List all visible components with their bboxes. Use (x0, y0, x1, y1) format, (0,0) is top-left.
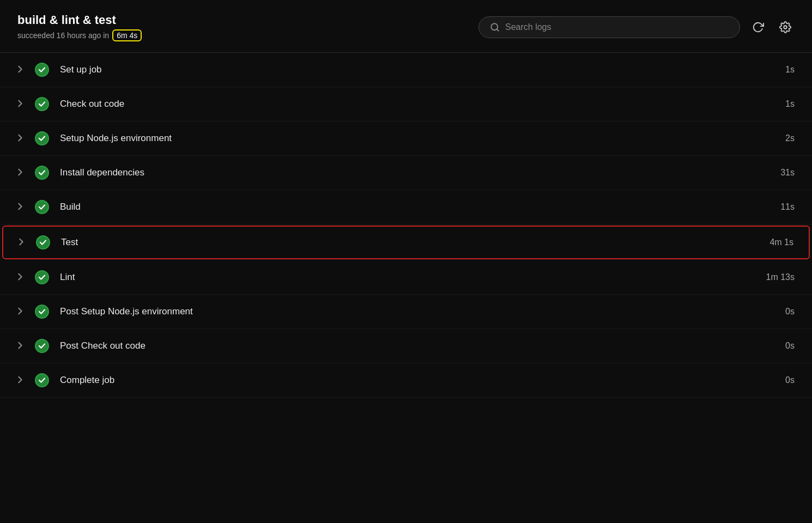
status-icon-complete-job (35, 373, 49, 387)
job-row-checkout-code[interactable]: Check out code 1s (0, 87, 812, 121)
refresh-icon (752, 21, 764, 33)
svg-point-2 (784, 26, 787, 29)
chevron-icon (17, 168, 26, 178)
job-name-setup-node: Setup Node.js environment (60, 133, 777, 144)
job-name-setup-job: Set up job (60, 64, 777, 75)
job-duration-install-deps: 31s (780, 168, 795, 178)
job-row-post-checkout-code[interactable]: Post Check out code 0s (0, 329, 812, 363)
status-icon-build (35, 200, 49, 214)
job-duration-post-checkout-code: 0s (785, 341, 795, 351)
header-right (478, 16, 795, 38)
status-icon-lint (35, 270, 49, 284)
duration-badge: 6m 4s (112, 29, 142, 41)
job-name-checkout-code: Check out code (60, 99, 777, 110)
job-duration-complete-job: 0s (785, 375, 795, 385)
job-duration-post-setup-node: 0s (785, 307, 795, 317)
job-name-post-checkout-code: Post Check out code (60, 340, 777, 351)
chevron-icon (17, 342, 26, 351)
search-box[interactable] (478, 16, 740, 38)
job-name-post-setup-node: Post Setup Node.js environment (60, 306, 777, 317)
job-row-build[interactable]: Build 11s (0, 190, 812, 224)
refresh-button[interactable] (749, 18, 767, 37)
status-icon-setup-node (35, 131, 49, 145)
status-icon-post-setup-node (35, 305, 49, 319)
job-duration-setup-job: 1s (785, 65, 795, 75)
job-row-install-deps[interactable]: Install dependencies 31s (0, 156, 812, 190)
job-duration-lint: 1m 13s (766, 272, 795, 282)
svg-line-1 (496, 29, 498, 31)
subtitle-prefix: succeeded 16 hours ago in (17, 31, 109, 40)
header: build & lint & test succeeded 16 hours a… (0, 0, 812, 53)
status-icon-post-checkout-code (35, 339, 49, 353)
chevron-icon (17, 65, 26, 75)
chevron-icon (17, 134, 26, 143)
job-name-complete-job: Complete job (60, 375, 777, 386)
status-icon-test (36, 235, 50, 250)
status-icon-setup-job (35, 63, 49, 77)
job-duration-checkout-code: 1s (785, 99, 795, 109)
job-duration-setup-node: 2s (785, 133, 795, 143)
job-name-test: Test (61, 237, 761, 248)
job-row-complete-job[interactable]: Complete job 0s (0, 363, 812, 398)
search-icon (490, 22, 500, 32)
status-icon-install-deps (35, 166, 49, 180)
chevron-icon (17, 376, 26, 385)
settings-button[interactable] (776, 18, 795, 37)
chevron-icon (17, 100, 26, 109)
job-duration-build: 11s (780, 202, 795, 212)
search-input[interactable] (505, 22, 729, 32)
job-name-build: Build (60, 202, 772, 212)
job-row-test[interactable]: Test 4m 1s (2, 226, 810, 259)
status-icon-checkout-code (35, 97, 49, 111)
job-row-post-setup-node[interactable]: Post Setup Node.js environment 0s (0, 295, 812, 329)
header-subtitle: succeeded 16 hours ago in 6m 4s (17, 29, 142, 41)
gear-icon (779, 21, 791, 33)
chevron-icon (17, 307, 26, 317)
job-name-install-deps: Install dependencies (60, 167, 772, 178)
job-row-lint[interactable]: Lint 1m 13s (0, 260, 812, 295)
job-row-setup-job[interactable]: Set up job 1s (0, 53, 812, 87)
job-duration-test: 4m 1s (769, 238, 793, 247)
job-row-setup-node[interactable]: Setup Node.js environment 2s (0, 121, 812, 156)
chevron-icon (19, 238, 27, 247)
page-title: build & lint & test (17, 13, 142, 27)
job-name-lint: Lint (60, 272, 758, 283)
chevron-icon (17, 203, 26, 212)
header-left: build & lint & test succeeded 16 hours a… (17, 13, 142, 41)
chevron-icon (17, 273, 26, 282)
job-list: Set up job 1s Check out code 1s (0, 53, 812, 398)
